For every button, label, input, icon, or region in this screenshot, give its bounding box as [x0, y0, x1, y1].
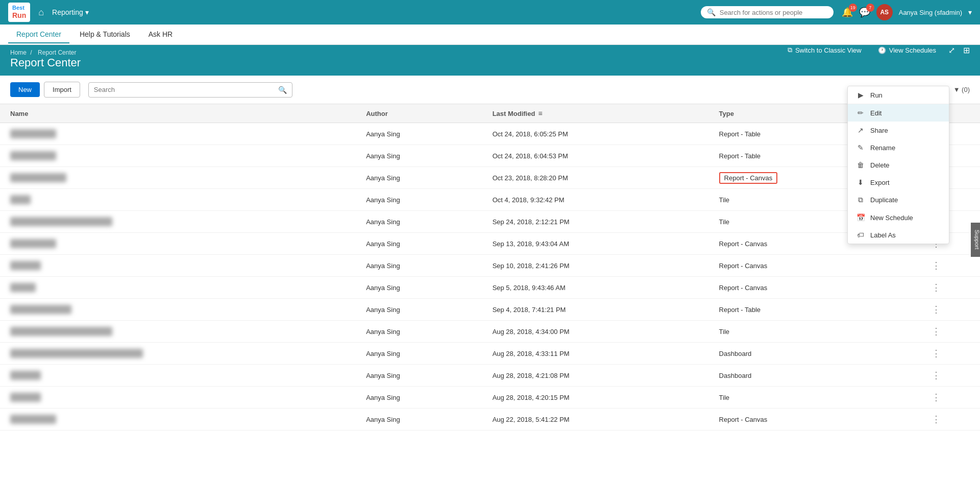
cell-author: Aanya Sing: [356, 167, 482, 189]
table-row: dHRtestAanya SingOct 24, 2018, 6:05:25 P…: [0, 123, 980, 145]
cell-name: dkfkfds - 21: [0, 299, 356, 321]
view-schedules-button[interactable]: 🕐 View Schedules: [874, 44, 940, 56]
filter-column-icon[interactable]: ≡: [538, 109, 542, 117]
nav-item-ask-hr[interactable]: Ask HR: [140, 26, 181, 43]
report-name-link[interactable]: dsfd: [10, 283, 36, 292]
context-menu-run[interactable]: ▶Run: [848, 86, 949, 104]
cell-author: Aanya Sing: [356, 123, 482, 145]
messages-badge: 7: [866, 4, 874, 12]
report-name-link[interactable]: dsfdsfds: [10, 239, 56, 248]
global-search-bar[interactable]: 🔍: [701, 6, 834, 18]
search-field[interactable]: 🔍: [88, 82, 292, 98]
table-row: dHRportAanya SingOct 24, 2018, 6:04:53 P…: [0, 145, 980, 167]
cell-last-modified: Oct 24, 2018, 6:04:53 PM: [482, 145, 709, 167]
row-actions-button[interactable]: ⋮: [927, 347, 945, 360]
table-row: dsfdAanya SingSep 5, 2018, 9:43:46 AMRep…: [0, 277, 980, 299]
row-actions-button[interactable]: ⋮: [927, 413, 945, 425]
row-actions-button[interactable]: ⋮: [927, 369, 945, 381]
messages-button[interactable]: 💬 7: [859, 7, 870, 18]
expand-icon[interactable]: ⤢: [948, 45, 955, 55]
cell-author: Aanya Sing: [356, 189, 482, 211]
report-name-link[interactable]: Name Not in Images: [10, 217, 112, 226]
report-name-link[interactable]: dHRtest: [10, 129, 56, 138]
context-menu-item-duplicate[interactable]: ⧉Duplicate: [848, 191, 949, 209]
report-name-link[interactable]: dsfd: [10, 393, 41, 402]
table-row: testAanya SingOct 4, 2018, 9:32:42 PMTil…: [0, 189, 980, 211]
report-name-link[interactable]: dsfd: [10, 371, 41, 380]
context-menu-item-edit[interactable]: ✏Edit: [848, 104, 949, 122]
nav-item-report-center[interactable]: Report Center: [8, 26, 69, 43]
nav-right-area: 🔍 🔔 19 💬 7 AS Aanya Sing (sfadmin) ▾: [701, 4, 972, 20]
notifications-area: 🔔 19 💬 7 AS Aanya Sing (sfadmin) ▾: [842, 4, 972, 20]
report-name-link[interactable]: Continuous Performance Management - 27: [10, 349, 143, 358]
table-row: Continuous Performance Management - 27Aa…: [0, 343, 980, 365]
cell-last-modified: Sep 10, 2018, 2:41:26 PM: [482, 255, 709, 277]
cell-last-modified: Sep 24, 2018, 2:12:21 PM: [482, 211, 709, 233]
classic-view-icon: ⧉: [788, 46, 792, 54]
clock-icon: 🕐: [878, 46, 886, 54]
cell-type: Tile: [709, 387, 892, 409]
report-name-link[interactable]: test: [10, 195, 31, 204]
app-logo[interactable]: Best Run: [8, 3, 30, 22]
module-dropdown[interactable]: Reporting ▾: [52, 8, 89, 16]
search-input[interactable]: [94, 86, 274, 93]
report-name-link[interactable]: dsdsdsd: [10, 415, 56, 424]
filter-button[interactable]: ▼ (0): [953, 86, 970, 93]
support-tab[interactable]: Support: [971, 223, 980, 257]
switch-classic-button[interactable]: ⧉ Switch to Classic View: [783, 44, 866, 56]
row-actions-button[interactable]: ⋮: [927, 281, 945, 294]
context-menu-item-rename[interactable]: ✎Rename: [848, 139, 949, 156]
cell-last-modified: Aug 22, 2018, 5:41:22 PM: [482, 409, 709, 430]
report-name-link[interactable]: Workforce: [10, 173, 66, 182]
row-actions-button[interactable]: ⋮: [927, 259, 945, 272]
dropdown-chevron-icon: ▾: [85, 8, 89, 16]
context-menu-item-new-schedule[interactable]: 📅New Schedule: [848, 209, 949, 226]
report-name-link[interactable]: dHRport: [10, 151, 56, 160]
home-icon[interactable]: ⌂: [38, 7, 44, 18]
user-name-label[interactable]: Aanya Sing (sfadmin): [899, 9, 962, 16]
cell-author: Aanya Sing: [356, 211, 482, 233]
context-menu-item-label-as[interactable]: 🏷Label As: [848, 226, 949, 244]
report-name-link[interactable]: dsfd: [10, 261, 41, 270]
table-body: dHRtestAanya SingOct 24, 2018, 6:05:25 P…: [0, 123, 980, 430]
cell-actions: ⋮: [892, 365, 980, 387]
column-last-modified: Last Modified ≡: [482, 104, 709, 123]
cell-type: Report - Canvas: [709, 277, 892, 299]
secondary-navigation: Report Center Help & Tutorials Ask HR: [0, 25, 980, 45]
cell-name: dsfd: [0, 387, 356, 409]
global-search-input[interactable]: [720, 9, 822, 16]
row-actions-button[interactable]: ⋮: [927, 303, 945, 316]
import-button[interactable]: Import: [44, 82, 80, 98]
context-menu-label: Export: [870, 179, 890, 186]
cell-name: dHRport: [0, 145, 356, 167]
cell-type: Report - Canvas: [709, 255, 892, 277]
nav-item-help-tutorials[interactable]: Help & Tutorials: [71, 26, 138, 43]
edit-icon: ✏: [856, 109, 865, 117]
report-name-link[interactable]: dkfkfds - 21: [10, 305, 71, 314]
user-dropdown-icon[interactable]: ▾: [968, 8, 972, 16]
cell-last-modified: Oct 4, 2018, 9:32:42 PM: [482, 189, 709, 211]
avatar[interactable]: AS: [876, 4, 893, 20]
table-row: dsfdsfdsAanya SingSep 13, 2018, 9:43:04 …: [0, 233, 980, 255]
search-icon: 🔍: [707, 8, 716, 16]
context-menu-label: Label As: [870, 231, 896, 239]
cell-author: Aanya Sing: [356, 255, 482, 277]
new-button[interactable]: New: [10, 82, 40, 97]
context-menu-item-delete[interactable]: 🗑Delete: [848, 156, 949, 174]
logo-area[interactable]: Best Run: [8, 3, 30, 22]
breadcrumb-home-link[interactable]: Home: [10, 49, 27, 56]
fullscreen-icon[interactable]: ⊞: [963, 45, 970, 55]
cell-author: Aanya Sing: [356, 277, 482, 299]
row-actions-button[interactable]: ⋮: [927, 391, 945, 403]
page-header: Home / Report Center ⧉ Switch to Classic…: [0, 45, 980, 76]
context-menu-item-export[interactable]: ⬇Export: [848, 174, 949, 191]
context-menu-item-share[interactable]: ↗Share: [848, 122, 949, 139]
type-badge: Report - Canvas: [719, 172, 778, 184]
row-actions-button[interactable]: ⋮: [927, 325, 945, 338]
cell-author: Aanya Sing: [356, 365, 482, 387]
notifications-button[interactable]: 🔔 19: [842, 7, 853, 18]
table-row: dkfkfds - 21Aanya SingSep 4, 2018, 7:41:…: [0, 299, 980, 321]
report-name-link[interactable]: Builder & Workforce Planner: [10, 327, 112, 336]
cell-name: Workforce: [0, 167, 356, 189]
column-name: Name: [0, 104, 356, 123]
